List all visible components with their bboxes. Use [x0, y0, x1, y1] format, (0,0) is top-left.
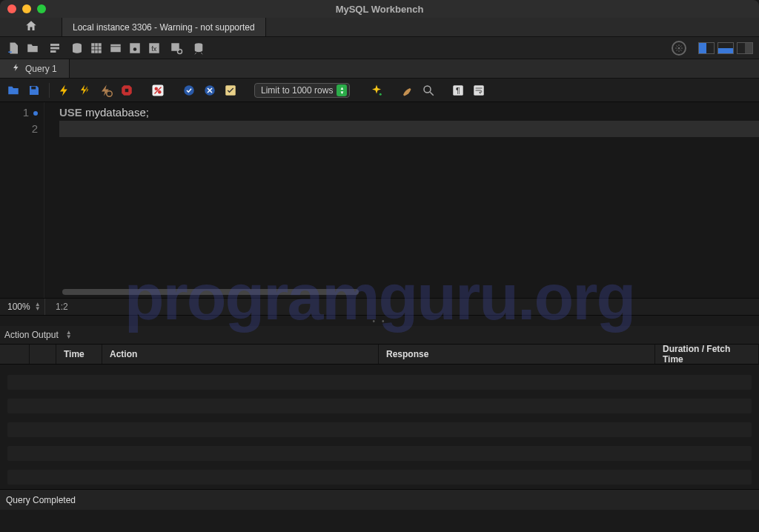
create-procedure-icon[interactable] — [127, 41, 142, 56]
settings-icon[interactable] — [672, 41, 686, 56]
output-select-arrows-icon[interactable]: ▲▼ — [66, 330, 72, 339]
maximize-window-button[interactable] — [37, 4, 46, 13]
svg-point-1 — [133, 47, 137, 51]
svg-point-12 — [184, 85, 194, 96]
output-panel-header: Action Output ▲▼ — [0, 326, 759, 344]
active-line — [59, 121, 759, 137]
output-panel-select[interactable]: Action Output — [4, 330, 59, 340]
status-bar: Query Completed — [0, 489, 759, 510]
connection-tab-bar: Local instance 3306 - Warning - not supp… — [0, 18, 759, 37]
line-number: 1 — [23, 106, 29, 119]
select-arrows-icon: ▲▼ — [337, 84, 347, 96]
title-bar: MySQL Workbench — [0, 0, 759, 18]
query-toolbar: Limit to 1000 rows ▲▼ ¶ — [0, 79, 759, 102]
col-action[interactable]: Action — [102, 345, 379, 364]
search-icon[interactable] — [421, 83, 436, 98]
col-duration[interactable]: Duration / Fetch Time — [655, 345, 759, 364]
inspector-icon[interactable] — [47, 41, 62, 56]
col-status — [0, 345, 30, 364]
connection-tab[interactable]: Local instance 3306 - Warning - not supp… — [62, 18, 266, 36]
save-file-icon[interactable] — [27, 83, 42, 98]
autocommit-icon[interactable] — [223, 83, 238, 98]
query-tab-bar: Query 1 — [0, 59, 759, 79]
open-sql-file-icon[interactable] — [25, 41, 40, 56]
no-limit-icon[interactable] — [150, 83, 165, 98]
stop-icon[interactable] — [119, 83, 134, 98]
line-number: 2 — [32, 122, 38, 135]
new-sql-file-icon[interactable] — [6, 41, 21, 56]
reconnect-icon[interactable] — [191, 41, 206, 56]
commit-icon[interactable] — [182, 83, 196, 98]
toggle-bottom-panel-button[interactable] — [717, 42, 734, 54]
output-table-header: Time Action Response Duration / Fetch Ti… — [0, 344, 759, 365]
sql-keyword: USE — [59, 106, 82, 119]
toggle-right-panel-button[interactable] — [737, 42, 753, 54]
execute-current-icon[interactable] — [78, 83, 93, 98]
table-row[interactable] — [7, 399, 752, 413]
sql-editor[interactable]: 1 2 USE mydatabase; — [0, 102, 759, 298]
create-view-icon[interactable] — [108, 41, 123, 56]
main-toolbar: fx — [0, 37, 759, 59]
query-tab[interactable]: Query 1 — [0, 59, 70, 78]
minimize-window-button[interactable] — [22, 4, 31, 13]
table-row[interactable] — [7, 422, 752, 437]
editor-status-bar: 100% ▲▼ 1:2 — [0, 298, 759, 316]
svg-point-16 — [424, 86, 431, 93]
create-schema-icon[interactable] — [70, 41, 84, 56]
close-window-button[interactable] — [7, 4, 16, 13]
explain-icon[interactable] — [99, 83, 113, 98]
line-gutter: 1 2 — [0, 102, 44, 298]
toggle-left-panel-button[interactable] — [698, 42, 715, 54]
svg-point-7 — [107, 90, 113, 96]
svg-point-11 — [158, 90, 162, 94]
statement-marker-icon — [33, 111, 38, 116]
lightning-icon — [12, 63, 21, 74]
pane-splitter[interactable]: • • — [0, 316, 759, 326]
create-function-icon[interactable]: fx — [147, 41, 162, 56]
svg-point-10 — [155, 87, 159, 90]
svg-point-5 — [678, 47, 680, 49]
svg-rect-8 — [125, 88, 129, 92]
status-message: Query Completed — [6, 495, 76, 505]
create-table-icon[interactable] — [89, 41, 104, 56]
home-tab[interactable] — [0, 18, 62, 36]
table-row[interactable] — [7, 375, 752, 390]
window-controls — [7, 4, 46, 13]
row-limit-label: Limit to 1000 rows — [261, 85, 333, 96]
col-index — [30, 345, 56, 364]
home-icon — [24, 19, 38, 36]
search-table-data-icon[interactable] — [169, 41, 184, 56]
col-response[interactable]: Response — [379, 345, 655, 364]
open-file-icon[interactable] — [6, 83, 21, 98]
svg-text:¶: ¶ — [456, 85, 460, 94]
beautify-icon[interactable] — [369, 83, 384, 98]
table-row[interactable] — [7, 446, 752, 461]
svg-point-3 — [178, 49, 182, 53]
sql-punct: ; — [146, 106, 149, 119]
grip-icon: • • — [373, 317, 387, 325]
zoom-stepper-icon[interactable]: ▲▼ — [35, 302, 41, 311]
table-row[interactable] — [7, 470, 752, 485]
code-area[interactable]: USE mydatabase; — [44, 102, 759, 298]
svg-point-15 — [380, 93, 382, 95]
word-wrap-icon[interactable] — [471, 83, 486, 98]
rollback-icon[interactable] — [202, 83, 217, 98]
svg-text:fx: fx — [151, 44, 157, 52]
cursor-position: 1:2 — [45, 302, 68, 312]
svg-rect-6 — [31, 86, 36, 89]
toggle-whitespace-icon[interactable]: ¶ — [451, 83, 465, 98]
sql-identifier: mydatabase — [82, 106, 146, 119]
zoom-level[interactable]: 100% — [7, 302, 30, 312]
editor-scrollbar[interactable] — [62, 289, 359, 295]
row-limit-select[interactable]: Limit to 1000 rows ▲▼ — [254, 83, 350, 98]
window-title: MySQL Workbench — [336, 4, 424, 15]
query-tab-label: Query 1 — [25, 64, 57, 74]
connection-tab-label: Local instance 3306 - Warning - not supp… — [73, 22, 255, 33]
execute-icon[interactable] — [57, 83, 72, 98]
find-icon[interactable] — [400, 83, 415, 98]
col-time[interactable]: Time — [56, 345, 102, 364]
output-table-body — [0, 365, 759, 489]
